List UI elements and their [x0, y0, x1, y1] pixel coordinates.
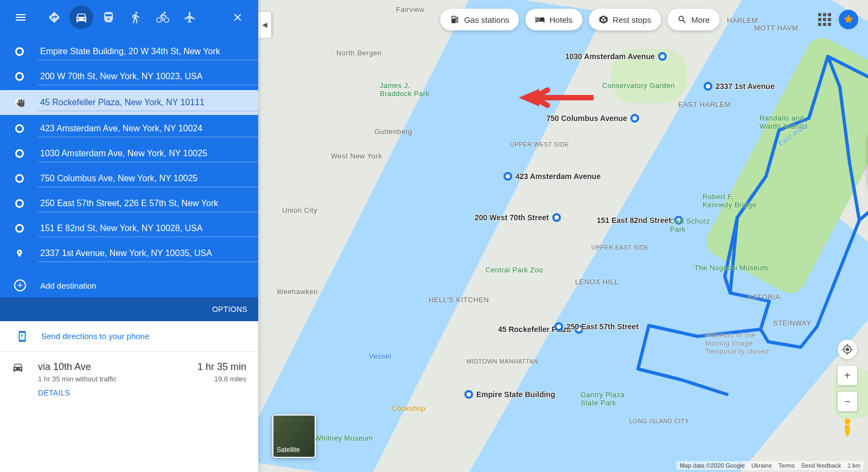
map-waypoint-1[interactable]: 1030 Amsterdam Avenue: [565, 52, 667, 61]
attribution-terms[interactable]: Terms: [778, 462, 795, 469]
mode-cycling[interactable]: [151, 5, 175, 29]
map-waypoint-2[interactable]: 750 Columbus Avenue: [546, 114, 639, 123]
gas-icon: [450, 15, 459, 24]
attribution-mapdata: Map data ©2020 Google: [680, 462, 745, 469]
add-destination-label: Add destination: [40, 281, 96, 290]
waypoint-marker: [630, 114, 639, 123]
chip-hotels[interactable]: Hotels: [526, 9, 583, 30]
map-area-label: UPPER WEST SIDE: [510, 141, 569, 148]
options-label: OPTIONS: [212, 305, 247, 314]
route-details-button[interactable]: DETAILS: [38, 388, 197, 397]
mode-flights[interactable]: [178, 5, 202, 29]
chip-rest-stops[interactable]: Rest stops: [589, 9, 661, 30]
waypoint-dot: [15, 224, 24, 233]
map-waypoint-0[interactable]: 200 West 70th Street: [475, 213, 561, 222]
waypoint-label: 250 East 57th Street: [566, 322, 639, 331]
mode-driving[interactable]: [69, 5, 93, 29]
my-location-button[interactable]: [838, 340, 857, 359]
plane-icon: [183, 11, 196, 24]
map-area-label: Guttenberg: [374, 127, 412, 136]
mode-transit[interactable]: [97, 5, 120, 29]
mode-walking[interactable]: [124, 5, 148, 29]
map-area-label: LENOX HILL: [575, 278, 618, 286]
chip-more[interactable]: More: [667, 9, 719, 30]
map-poi-label[interactable]: Robert F.Kennedy Bridge: [703, 193, 757, 209]
map-poi-label[interactable]: Whitney Museum: [315, 434, 373, 442]
route-traffic-note: 1 hr 35 min without traffic: [38, 375, 197, 383]
google-apps-button[interactable]: [818, 13, 831, 26]
map-area-label: MOTT HAVM: [754, 24, 798, 32]
svg-point-1: [846, 348, 850, 352]
close-directions-button[interactable]: [227, 7, 248, 28]
waypoint-input[interactable]: 750 Columbus Ave, New York, NY 10025: [38, 170, 258, 187]
send-to-phone-icon: [16, 330, 28, 342]
waypoint-row-0[interactable]: Empire State Building, 20 W 34th St, New…: [0, 39, 258, 64]
map-waypoint-8[interactable]: 2337 1st Avenue: [704, 82, 775, 91]
waypoint-input[interactable]: 1030 Amsterdam Ave, New York, NY 10025: [38, 145, 258, 162]
route-summary-card[interactable]: via 10th Ave 1 hr 35 min without traffic…: [0, 352, 258, 405]
zoom-out-button[interactable]: −: [838, 392, 857, 411]
waypoint-label: 1030 Amsterdam Avenue: [565, 52, 655, 61]
car-icon: [12, 361, 24, 373]
waypoints-list: Empire State Building, 20 W 34th St, New…: [0, 35, 258, 273]
map-poi-label[interactable]: The Noguchi Museum: [694, 264, 768, 272]
map-poi-label[interactable]: Vessel: [369, 352, 391, 360]
map-poi-label[interactable]: Conservatory Garden: [602, 81, 675, 90]
map-poi-label[interactable]: Cookshop: [392, 404, 426, 412]
map-area-label: ASTORIA: [748, 293, 780, 301]
menu-button[interactable]: [10, 7, 31, 28]
waypoint-row-6[interactable]: 250 East 57th Street, 226 E 57th St, New…: [0, 191, 258, 216]
search-icon: [677, 15, 687, 24]
waypoint-row-7[interactable]: 151 E 82nd St, New York, NY 10028, USA: [0, 216, 258, 241]
waypoint-label: Empire State Building: [476, 390, 555, 399]
map-waypoint-3[interactable]: 423 Amsterdam Avenue: [503, 172, 601, 181]
layers-toggle[interactable]: Satellite: [272, 414, 316, 458]
map-area-label: HARLEM: [727, 16, 758, 24]
zoom-in-button[interactable]: +: [838, 366, 857, 385]
destination-dot: [15, 249, 24, 258]
waypoint-marker: [658, 52, 667, 61]
map-canvas[interactable]: ◄ 200 West 70th Street1030 Amsterdam Ave…: [258, 0, 868, 472]
map-area-label: MIDTOWN MANHATTAN: [467, 358, 538, 365]
map-poi-label[interactable]: Carl SchurzPark: [670, 217, 710, 233]
waypoint-row-5[interactable]: 750 Columbus Ave, New York, NY 10025: [0, 166, 258, 191]
waypoint-label: 151 East 82nd Street: [597, 216, 671, 225]
bike-icon: [156, 11, 169, 24]
map-poi-label[interactable]: Central Park Zoo: [486, 266, 543, 274]
waypoint-row-4[interactable]: 1030 Amsterdam Ave, New York, NY 10025: [0, 141, 258, 166]
waypoint-input[interactable]: 423 Amsterdam Ave, New York, NY 10024: [38, 120, 258, 137]
waypoint-input[interactable]: 250 East 57th Street, 226 E 57th St, New…: [38, 195, 258, 212]
route-duration: 1 hr 35 min: [197, 361, 246, 373]
waypoint-row-3[interactable]: 423 Amsterdam Ave, New York, NY 10024: [0, 116, 258, 141]
account-avatar[interactable]: [839, 10, 858, 29]
waypoint-input[interactable]: 45 Rockefeller Plaza, New York, NY 10111: [38, 94, 258, 111]
pegman-button[interactable]: [840, 418, 854, 439]
hotel-icon: [535, 15, 545, 24]
waypoint-input[interactable]: 151 E 82nd St, New York, NY 10028, USA: [38, 220, 258, 237]
collapse-sidebar-button[interactable]: ◄: [258, 12, 271, 38]
drag-handle-icon[interactable]: [15, 98, 24, 107]
map-poi-label[interactable]: Museum of theMoving ImageTemporarily clo…: [705, 331, 769, 355]
attribution-country[interactable]: Ukraine: [751, 462, 772, 469]
map-area-label: Weehawken: [277, 288, 318, 296]
waypoint-marker: [704, 82, 712, 91]
waypoint-input[interactable]: 200 W 70th St, New York, NY 10023, USA: [38, 68, 258, 85]
waypoint-input[interactable]: 2337 1st Avenue, New York, NY 10035, USA: [38, 245, 258, 262]
send-to-phone-button[interactable]: Send directions to your phone: [0, 321, 258, 352]
map-area-label: Fairview: [396, 5, 424, 14]
map-poi-label[interactable]: Gantry PlazaState Park: [580, 391, 624, 407]
waypoint-dot: [15, 174, 24, 183]
chip-gas-stations[interactable]: Gas stations: [440, 9, 519, 30]
waypoint-row-2[interactable]: 45 Rockefeller Plaza, New York, NY 10111: [0, 90, 258, 115]
waypoint-input[interactable]: Empire State Building, 20 W 34th St, New…: [38, 43, 258, 60]
map-waypoint-6[interactable]: 250 East 57th Street: [554, 322, 639, 331]
options-button[interactable]: OPTIONS: [0, 297, 258, 321]
map-poi-label[interactable]: James J.Braddock Park: [380, 81, 430, 98]
mode-best[interactable]: [42, 5, 66, 29]
map-waypoint-7[interactable]: Empire State Building: [464, 390, 555, 399]
waypoint-row-1[interactable]: 200 W 70th St, New York, NY 10023, USA: [0, 64, 258, 89]
add-destination-button[interactable]: + Add destination: [0, 273, 258, 297]
close-icon: [232, 11, 244, 23]
waypoint-row-8[interactable]: 2337 1st Avenue, New York, NY 10035, USA: [0, 241, 258, 266]
attribution-feedback[interactable]: Send feedback: [801, 462, 841, 469]
